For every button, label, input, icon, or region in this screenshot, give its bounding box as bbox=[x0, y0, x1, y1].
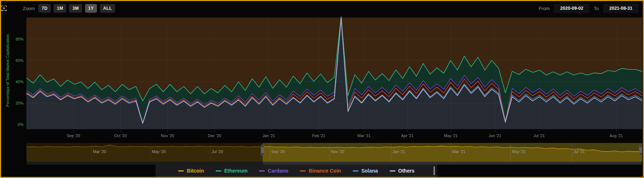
navigator-tick-label: Jan '21 bbox=[393, 149, 405, 154]
x-tick-mark bbox=[451, 130, 451, 132]
navigator-tick-label: Jul '20 bbox=[212, 149, 223, 154]
y-tick-label: 80% bbox=[3, 37, 24, 41]
x-tick-label: Nov '20 bbox=[161, 134, 174, 138]
download-icon[interactable] bbox=[1, 5, 7, 11]
legend-swatch bbox=[216, 170, 221, 171]
zoom-button-7d[interactable]: 7D bbox=[38, 4, 51, 13]
navigator-scrollbar-thumb[interactable] bbox=[263, 162, 641, 165]
y-tick-label: 40% bbox=[3, 80, 24, 84]
x-tick-label: May '21 bbox=[444, 134, 458, 138]
legend-swatch bbox=[300, 170, 306, 171]
legend-item-binance-coin[interactable]: Binance Coin bbox=[300, 168, 341, 174]
navigator-scrollbar bbox=[26, 162, 642, 165]
zoom-label: Zoom bbox=[23, 6, 35, 11]
zoom-button-group: 7D1M3M1YALL bbox=[38, 4, 118, 13]
main-chart[interactable] bbox=[26, 16, 642, 136]
x-tick-label: Mar '21 bbox=[357, 134, 370, 138]
legend-item-solana[interactable]: Solana bbox=[353, 168, 378, 174]
y-tick-label: 0% bbox=[3, 122, 24, 127]
navigator-tick-label: Jul '21 bbox=[573, 149, 585, 154]
navigator-left-handle[interactable] bbox=[261, 145, 264, 156]
navigator-tick-label: May '21 bbox=[512, 149, 526, 154]
legend-cursor bbox=[434, 166, 435, 175]
x-tick-label: Jun '21 bbox=[488, 134, 501, 138]
legend-item-cardano[interactable]: Cardano bbox=[259, 168, 288, 174]
navigator-tick-label: Mar '21 bbox=[452, 149, 465, 154]
legend-item-ethereum[interactable]: Ethereum bbox=[216, 168, 248, 174]
zoom-button-all[interactable]: ALL bbox=[100, 4, 115, 13]
legend-swatch bbox=[178, 170, 184, 171]
to-label: To bbox=[594, 6, 599, 11]
y-axis-title: Percentage of Total Market Capitalizatio… bbox=[5, 16, 10, 125]
x-tick-label: Dec '20 bbox=[208, 134, 221, 138]
zoom-button-1y[interactable]: 1Y bbox=[85, 4, 97, 13]
legend-item-others[interactable]: Others bbox=[390, 168, 415, 174]
legend-label: Cardano bbox=[268, 168, 288, 174]
y-tick-label: 60% bbox=[3, 58, 24, 63]
legend-label: Ethereum bbox=[224, 168, 248, 174]
x-tick-mark bbox=[539, 130, 539, 132]
x-tick-mark bbox=[495, 130, 495, 132]
x-tick-label: Jan '21 bbox=[262, 134, 275, 138]
legend-item-bitcoin[interactable]: Bitcoin bbox=[178, 168, 204, 174]
legend-label: Binance Coin bbox=[309, 168, 341, 174]
legend-label: Bitcoin bbox=[187, 168, 204, 174]
navigator-tick-label: Sep '20 bbox=[271, 149, 285, 154]
x-tick-mark bbox=[269, 130, 269, 132]
navigator-right-handle[interactable] bbox=[639, 145, 642, 156]
x-tick-mark bbox=[168, 130, 168, 132]
navigator-mask bbox=[26, 143, 263, 162]
x-tick-mark bbox=[73, 130, 74, 132]
y-tick-label: 20% bbox=[3, 101, 24, 105]
legend: BitcoinEthereumCardanoBinance CoinSolana… bbox=[156, 165, 437, 177]
zoom-button-3m[interactable]: 3M bbox=[69, 4, 82, 13]
from-date-input[interactable]: 2020-09-02 bbox=[554, 4, 589, 13]
toolbar: Zoom 7D1M3M1YALL From 2020-09-02 To 2021… bbox=[1, 1, 643, 16]
x-tick-label: Feb '21 bbox=[312, 134, 325, 138]
chart-frame: Zoom 7D1M3M1YALL From 2020-09-02 To 2021… bbox=[0, 0, 644, 178]
x-tick-mark bbox=[215, 130, 215, 132]
navigator-tick-label: May '20 bbox=[152, 149, 166, 154]
x-tick-mark bbox=[319, 130, 319, 132]
zoom-button-1m[interactable]: 1M bbox=[54, 4, 66, 13]
x-tick-label: Oct '20 bbox=[114, 134, 127, 138]
x-tick-label: Jul '21 bbox=[533, 134, 545, 138]
x-tick-mark bbox=[364, 130, 364, 132]
legend-swatch bbox=[353, 170, 359, 171]
legend-swatch bbox=[259, 170, 265, 171]
x-tick-mark bbox=[120, 130, 121, 132]
to-date-input[interactable]: 2021-08-31 bbox=[603, 4, 639, 13]
x-tick-mark bbox=[616, 130, 617, 132]
legend-swatch bbox=[390, 170, 395, 171]
x-tick-label: Sep '20 bbox=[67, 134, 80, 138]
legend-label: Others bbox=[398, 168, 415, 174]
x-tick-mark bbox=[407, 130, 408, 132]
x-tick-label: Apr '21 bbox=[401, 134, 414, 138]
x-tick-label: Aug '21 bbox=[610, 134, 623, 138]
from-label: From bbox=[539, 6, 550, 11]
legend-label: Solana bbox=[361, 168, 378, 174]
navigator-tick-label: Mar '20 bbox=[93, 149, 106, 154]
navigator-tick-label: Nov '20 bbox=[331, 149, 344, 154]
